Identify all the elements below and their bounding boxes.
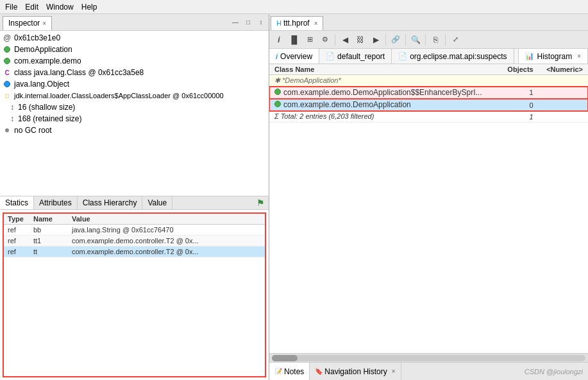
row2-objects: 0 [500,99,539,111]
toolbar-link-btn[interactable]: 🔗 [389,33,403,47]
row2-name: tt1 [29,236,68,246]
menu-window[interactable]: Window [44,1,76,13]
inspector-item-class[interactable]: C class java.lang.Class @ 0x61cc3a5e8 [0,67,269,78]
histogram-label: Histogram [537,52,572,61]
toolbar: i ▐▌ ⊞ ⚙ ◀ ⛓ ▶ 🔗 🔍 ⎘ ⤢ [269,31,588,49]
inspector-item-obj[interactable]: java.lang.Object [0,78,269,90]
addr-text: 0x61cb3e1e0 [14,33,60,42]
hscroll-inner [272,355,585,361]
toolbar-search-btn[interactable]: 🔍 [408,33,423,47]
inspector-item-app[interactable]: DemoApplication [0,44,269,55]
inspector-tab-label: Inspector [8,19,40,28]
nav-history-label: Navigation History [324,367,387,376]
inspector-tab[interactable]: Inspector × [3,16,52,30]
toolbar-chain-btn[interactable]: ⛓ [353,33,367,47]
row1-numeric [539,87,588,99]
row2-numeric [539,99,588,111]
nav-history-tab[interactable]: 🔖 Navigation History × [310,363,401,380]
col-value-header: Value [68,214,265,225]
table-row[interactable]: ref bb java.lang.String @ 0x61cc76470 [4,225,265,236]
retained-text: 168 (retained size) [18,114,81,123]
overview-label: Overview [280,52,312,61]
histogram-area: Class Name Objects <Numeric> ✱ *DemoAppl… [269,64,588,362]
tab-class-hierarchy[interactable]: Class Hierarchy [78,196,143,209]
panel-tab-actions: — □ ↕ [230,17,266,28]
hprof-tab-close[interactable]: × [314,20,318,27]
pkg-text: com.example.demo [14,56,81,65]
hprof-tab-label: ttt.hprof [283,19,310,28]
toolbar-bar-btn[interactable]: ▐▌ [287,33,301,47]
filter-icon[interactable]: ⚑ [253,196,269,209]
nav-history-close[interactable]: × [392,368,396,375]
row2-value: com.example.demo.controller.T2 @ 0x... [68,236,265,246]
default-report-label: default_report [337,52,385,61]
inspector-item-jdk[interactable]: □ jdk.internal.loader.ClassLoaders$AppCl… [0,90,269,101]
notes-tab[interactable]: 📝 Notes [269,363,310,380]
left-tab-bar: Inspector × — □ ↕ [0,14,269,31]
row1-class-name: com.example.demo.DemoApplication$$Enhanc… [283,88,482,97]
toolbar-navfwd-btn[interactable]: ▶ [369,33,383,47]
shallow-text: 16 (shallow size) [18,103,75,112]
toolbar-navback-btn[interactable]: ◀ [338,33,352,47]
tab-statics[interactable]: Statics [0,196,34,209]
class-text: class java.lang.Class @ 0x61cc3a5e8 [14,68,144,77]
total-numeric [539,111,588,122]
restore-btn[interactable]: ↕ [256,17,266,28]
menu-edit[interactable]: Edit [22,1,41,13]
histogram-table: Class Name Objects <Numeric> ✱ *DemoAppl… [269,64,588,123]
toolbar-info-btn[interactable]: i [272,33,286,47]
toolbar-gear-btn[interactable]: ⚙ [318,33,332,47]
tab-attributes[interactable]: Attributes [34,196,78,209]
menu-help[interactable]: Help [79,1,100,13]
app-text: DemoApplication [14,45,72,54]
menu-file[interactable]: File [3,1,20,13]
jdk-text: jdk.internal.loader.ClassLoaders$AppClas… [14,92,224,99]
arrow-retained-icon: ↕ [10,114,14,123]
tab-value[interactable]: Value [142,196,172,209]
inspector-item-addr: @ 0x61cb3e1e0 [0,32,269,44]
histogram-row[interactable]: com.example.demo.DemoApplication 0 [269,99,588,111]
toolbar-sep5 [445,34,446,46]
pkg-icon [3,56,12,65]
histogram-tab-close[interactable]: × [577,53,581,60]
statics-table: Type Name Value ref bb java.lang.String … [4,214,265,257]
hscroll-thumb[interactable] [272,355,298,361]
col-name-header: Name [29,214,68,225]
histogram-icon: 📊 [525,52,534,60]
tab-overview[interactable]: i Overview [269,49,319,64]
histogram-row[interactable]: com.example.demo.DemoApplication$$Enhanc… [269,87,588,99]
arrow-shallow-icon: ↕ [10,103,14,112]
toolbar-sep1 [335,34,335,46]
row2-icon [274,100,281,109]
row1-objects: 1 [500,87,539,99]
row1-type: ref [4,225,29,236]
table-row[interactable]: ref tt com.example.demo.controller.T2 @ … [4,246,265,257]
inspector-tab-close[interactable]: × [42,20,46,27]
inspector-item-pkg[interactable]: com.example.demo [0,55,269,67]
toolbar-copy-btn[interactable]: ⎘ [428,33,442,47]
menubar: File Edit Window Help [0,0,588,14]
right-bottom-bar: 📝 Notes 🔖 Navigation History × CSDN @jio… [269,362,588,380]
table-row[interactable]: ref tt1 com.example.demo.controller.T2 @… [4,236,265,246]
row1-value: java.lang.String @ 0x61cc76470 [68,225,265,236]
tab-histogram[interactable]: 📊 Histogram × [518,49,588,64]
histogram-col-numeric: <Numeric> [539,64,588,75]
row3-value: com.example.demo.controller.T2 @ 0x... [68,246,265,257]
hprof-tab-icon: H [276,19,281,27]
row2-type: ref [4,236,29,246]
toolbar-table-btn[interactable]: ⊞ [303,33,317,47]
tab-default-report[interactable]: 📄 default_report [319,49,392,64]
col-type-header: Type [4,214,29,225]
row1-icon [274,88,281,97]
row1-class: com.example.demo.DemoApplication$$Enhanc… [269,87,500,99]
toolbar-expand-btn[interactable]: ⤢ [448,33,462,47]
hprof-tab[interactable]: H ttt.hprof × [271,16,323,30]
watermark: CSDN @jioulongzi [525,368,588,376]
dot-icon [3,126,12,135]
suspects-icon: 📄 [398,52,407,60]
maximize-btn[interactable]: □ [243,17,253,28]
nogc-text: no GC root [14,126,52,135]
minimize-btn[interactable]: — [230,17,240,28]
tab-suspects[interactable]: 📄 org.eclipse.mat.api:suspects [392,49,514,64]
hscrollbar[interactable] [269,353,588,362]
